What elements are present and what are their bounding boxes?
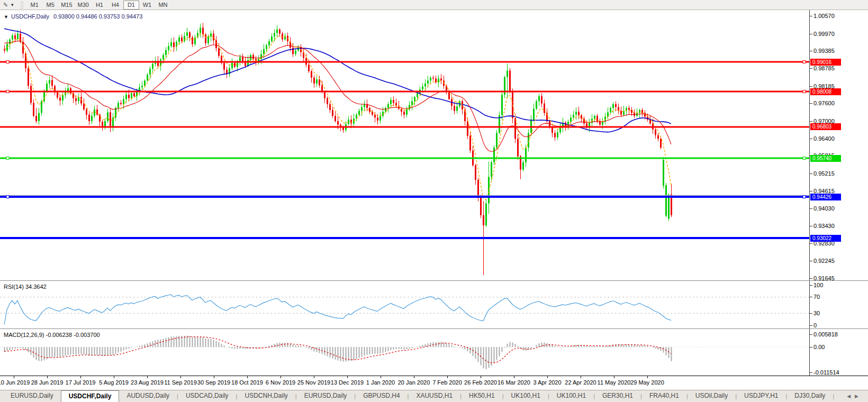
hline-handle[interactable] <box>803 196 806 198</box>
chart-tab-eurusd-daily[interactable]: EURUSD,Daily <box>297 390 355 402</box>
chart-tab-eurusd-daily[interactable]: EURUSD,Daily <box>3 390 61 402</box>
candle-body <box>147 75 148 80</box>
timeframe-button-h4[interactable]: H4 <box>107 1 123 10</box>
chart-tab-usdjpy-h1[interactable]: USDJPY,H1 <box>737 390 785 402</box>
chart-tab-usdcad-daily[interactable]: USDCAD,Daily <box>178 390 236 402</box>
candle-body <box>271 36 273 41</box>
chart-tab-bar: EURUSD,DailyUSDCHF,DailyAUDUSD,Daily|USD… <box>0 390 868 402</box>
date-tick-mark <box>647 376 648 378</box>
macd-tick-mark <box>810 334 812 335</box>
candle-body <box>252 55 254 59</box>
chart-tab-audusd-daily[interactable]: AUDUSD,Daily <box>119 390 177 402</box>
hline-handle[interactable] <box>803 157 806 160</box>
date-tick-mark <box>314 376 314 378</box>
candle-body <box>525 148 527 162</box>
date-tick-mark <box>447 376 448 378</box>
chart-tab-usoil-daily[interactable]: USOil,Daily <box>688 390 735 402</box>
rsi-line <box>4 295 671 325</box>
chart-tab-gbpusd-h4[interactable]: GBPUSD,H4 <box>356 390 407 402</box>
hline-handle[interactable] <box>6 157 9 160</box>
candle-body <box>186 32 188 36</box>
candle-body <box>218 48 220 56</box>
candle-body <box>522 162 524 170</box>
ma-mid-line <box>4 41 671 152</box>
rsi-canvas[interactable] <box>0 281 809 328</box>
candle-body <box>168 46 169 50</box>
macd-label: MACD(12,26,9) -0.006238 -0.003700 <box>4 332 100 338</box>
chart-tab-uk100-h1[interactable]: UK100,H1 <box>504 390 548 402</box>
candle-body <box>411 101 413 105</box>
macd-tick-label: -0.011514 <box>813 369 839 376</box>
price-tick-mark <box>810 34 812 34</box>
line-studies-icon: ✎ <box>3 2 8 8</box>
timeframe-button-w1[interactable]: W1 <box>139 1 155 10</box>
candle-body <box>91 116 93 121</box>
timeframe-button-d1[interactable]: D1 <box>123 1 139 10</box>
chart-tab-usdcnh-daily[interactable]: USDCNH,Daily <box>237 390 295 402</box>
hline-handle[interactable] <box>6 90 9 93</box>
price-level-tag: 0.96803 <box>810 123 841 130</box>
macd-panel: MACD(12,26,9) -0.006238 -0.003700 0.0058… <box>0 329 868 376</box>
date-tick-mark <box>347 376 348 378</box>
date-tick-mark <box>14 376 14 378</box>
date-axis: 10 Jun 201928 Jun 201917 Jul 20195 Aug 2… <box>0 376 868 390</box>
rsi-tick-mark <box>810 297 812 297</box>
candle-body <box>123 99 124 104</box>
candle-body <box>75 98 77 102</box>
toolbar-grip-handle[interactable] <box>21 2 23 8</box>
timeframe-button-mn[interactable]: MN <box>155 1 171 10</box>
chart-tab-dj30-daily[interactable]: DJ30,Daily <box>787 390 833 402</box>
date-tick-mark <box>147 376 148 378</box>
hline-handle[interactable] <box>803 61 806 63</box>
chart-tab-xauusd-h1[interactable]: XAUUSD,H1 <box>409 390 460 402</box>
rsi-tick-label: 70 <box>813 294 820 300</box>
candle-body <box>514 118 516 139</box>
timeframe-button-m5[interactable]: M5 <box>42 1 58 10</box>
chart-tab-hk50-h1[interactable]: HK50,H1 <box>462 390 502 402</box>
price-tick-label: 1.00570 <box>813 13 835 20</box>
candle-body <box>223 63 225 70</box>
candle-body <box>607 112 609 116</box>
candle-body <box>517 139 519 156</box>
rsi-axis: 10070300 <box>809 281 868 328</box>
rsi-tick-label: 30 <box>813 310 820 317</box>
timeframe-button-h1[interactable]: H1 <box>92 1 107 10</box>
price-tick-label: 0.94030 <box>813 205 835 212</box>
price-axis: 1.005700.999700.993850.987850.981850.976… <box>809 10 868 280</box>
chart-tab-fra40-h1[interactable]: FRA40,H1 <box>642 390 686 402</box>
candle-body <box>612 104 614 108</box>
price-chart-canvas[interactable] <box>0 10 809 280</box>
candle-body <box>239 57 241 62</box>
candle-body <box>88 115 90 121</box>
candle-body <box>165 50 167 55</box>
candle-body <box>141 86 143 87</box>
hline-handle[interactable] <box>803 90 806 93</box>
macd-tick-mark <box>810 347 812 348</box>
timeframe-button-m1[interactable]: M1 <box>26 1 42 10</box>
hline-handle[interactable] <box>6 196 9 198</box>
candle-body <box>665 185 667 216</box>
candle-body <box>57 93 58 98</box>
chart-tab-uk100-h1[interactable]: UK100,H1 <box>549 390 593 402</box>
price-tick-label: 0.93430 <box>813 223 835 230</box>
line-tool-button[interactable]: ✎ ▼ <box>0 0 20 10</box>
hline-handle[interactable] <box>6 61 9 63</box>
candle-body <box>112 117 114 127</box>
tab-scroll-left-icon[interactable]: ◀ <box>847 394 855 399</box>
price-tick-label: 0.98785 <box>813 65 835 72</box>
one-click-menu-icon[interactable]: ▼ <box>4 14 8 20</box>
candle-body <box>295 51 296 54</box>
candle-body <box>485 204 487 226</box>
macd-tick-label: 0.005818 <box>813 331 838 338</box>
chart-tab-ger30-h1[interactable]: GER30,H1 <box>595 390 640 402</box>
tab-scroll-right-icon[interactable]: ▶ <box>855 394 863 399</box>
chart-tab-usdchf-daily[interactable]: USDCHF,Daily <box>61 390 120 402</box>
timeframe-button-m30[interactable]: M30 <box>75 1 92 10</box>
timeframe-button-m15[interactable]: M15 <box>58 1 75 10</box>
candle-body <box>128 95 130 98</box>
rsi-tick-mark <box>810 313 812 314</box>
tab-scroll-arrows[interactable]: ◀▶ <box>847 394 868 399</box>
candle-body <box>414 97 415 101</box>
date-tick-mark <box>180 376 181 378</box>
macd-canvas[interactable] <box>0 329 809 376</box>
